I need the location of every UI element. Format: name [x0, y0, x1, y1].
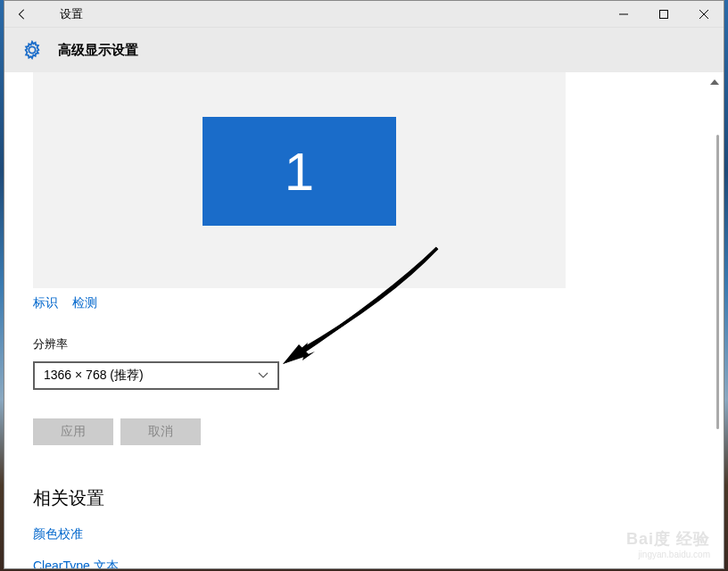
titlebar: 设置 [4, 1, 724, 28]
subheader: 高级显示设置 [4, 28, 724, 72]
color-calibration-link[interactable]: 颜色校准 [33, 526, 695, 542]
scrollbar-thumb[interactable] [716, 135, 719, 429]
back-button[interactable] [13, 5, 31, 23]
content-area: 1 标识 检测 分辨率 1366 × 768 (推荐) 应用 取消 相关设置 颜… [4, 72, 724, 568]
chevron-down-icon [258, 369, 269, 382]
scroll-up-icon[interactable] [710, 77, 719, 87]
monitor-id: 1 [285, 141, 314, 203]
monitor-links: 标识 检测 [33, 295, 695, 311]
resolution-label: 分辨率 [33, 336, 695, 352]
cancel-button[interactable]: 取消 [120, 418, 201, 445]
detect-link[interactable]: 检测 [72, 295, 97, 311]
settings-window: 设置 高级显示设置 1 标识 检测 分辨 [4, 0, 724, 569]
window-title: 设置 [60, 6, 83, 22]
monitor-preview[interactable]: 1 [203, 117, 396, 226]
button-row: 应用 取消 [33, 418, 695, 445]
window-controls [603, 1, 724, 28]
svg-rect-1 [659, 10, 667, 18]
maximize-button[interactable] [643, 1, 683, 28]
monitor-preview-area: 1 [33, 72, 566, 288]
gear-icon [22, 40, 42, 60]
resolution-dropdown[interactable]: 1366 × 768 (推荐) [33, 361, 279, 390]
resolution-value: 1366 × 768 (推荐) [44, 368, 144, 384]
apply-button[interactable]: 应用 [33, 418, 113, 445]
close-button[interactable] [683, 1, 724, 28]
identify-link[interactable]: 标识 [33, 295, 58, 311]
cleartype-link[interactable]: ClearType 文本 [33, 559, 695, 568]
related-settings-header: 相关设置 [33, 486, 695, 510]
minimize-button[interactable] [603, 1, 643, 28]
page-title: 高级显示设置 [58, 42, 138, 59]
